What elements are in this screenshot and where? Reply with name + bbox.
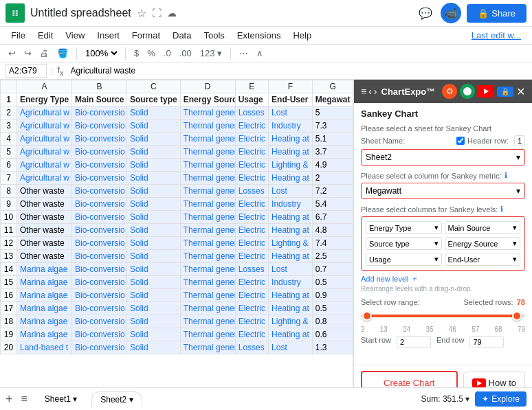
table-row[interactable]: 13 Other waste Bio-conversio Solid Therm… — [1, 250, 353, 263]
share-button[interactable]: 🔒 Share — [467, 4, 527, 23]
table-row[interactable]: 19 Marina algae Bio-conversio Solid Ther… — [1, 328, 353, 341]
toolbar: ↩ ↪ 🖨 🪣 100% $ % .0 .00 123 ▾ ⋯ ∧ — [0, 45, 532, 62]
level-main-source[interactable]: Main Source▾ — [445, 221, 521, 234]
sheet-tab-1[interactable]: Sheet1 ▾ — [36, 391, 86, 407]
panel-header-left: ≡ ‹ › ChartExpo™ — [361, 86, 435, 97]
table-row[interactable]: 17 Marina algae Bio-conversio Solid Ther… — [1, 302, 353, 315]
decimal2-button[interactable]: .00 — [177, 47, 195, 60]
end-row-label: End row — [436, 336, 464, 348]
level-energy-type[interactable]: Energy Type▾ — [366, 221, 442, 234]
formula-input[interactable] — [67, 65, 527, 77]
slider-marker-35: 35 — [425, 326, 433, 333]
last-edit-link[interactable]: Last edit w... — [466, 28, 527, 43]
slider-fill — [369, 315, 522, 317]
decimal1-button[interactable]: .0 — [161, 47, 174, 60]
table-row[interactable]: 8 Other waste Bio-conversio Solid Therma… — [1, 185, 353, 198]
hamburger-icon[interactable]: ≡ — [361, 86, 366, 97]
menu-tools[interactable]: Tools — [198, 28, 230, 43]
menu-file[interactable]: File — [5, 28, 31, 43]
star-icon[interactable]: ☆ — [137, 7, 146, 20]
level-usage[interactable]: Usage▾ — [366, 253, 442, 266]
top-right-actions: 💬 📹 🔒 Share — [416, 3, 527, 23]
slider-thumb-start[interactable] — [362, 311, 372, 321]
explore-icon: ✦ — [482, 394, 489, 404]
level-energy-source[interactable]: Energy Source▾ — [445, 237, 521, 250]
selected-metric-value: Megawatt — [366, 186, 401, 196]
sheet-select-dropdown[interactable]: Sheet2 ▾ — [361, 149, 525, 166]
table-row[interactable]: 5 Agricultural w Bio-conversio Solid The… — [1, 146, 353, 159]
menu-view[interactable]: View — [60, 28, 90, 43]
forward-icon[interactable]: › — [374, 86, 377, 97]
menu-insert[interactable]: Insert — [91, 28, 125, 43]
table-row[interactable]: 14 Marina algae Bio-conversio Solid Ther… — [1, 263, 353, 276]
table-row[interactable]: 10 Other waste Bio-conversio Solid Therm… — [1, 211, 353, 224]
menu-data[interactable]: Data — [167, 28, 197, 43]
top-bar: Untitled spreadsheet ☆ ⛶ ☁ 💬 📹 🔒 Share — [0, 0, 532, 27]
col-megawatt-header: Megawat — [312, 93, 353, 106]
level-source-type[interactable]: Source type▾ — [366, 237, 442, 250]
table-row[interactable]: 16 Marina algae Bio-conversio Solid Ther… — [1, 289, 353, 302]
col-header-e: E — [235, 80, 268, 93]
level-end-user[interactable]: End-User▾ — [445, 253, 521, 266]
chat-icon[interactable]: 💬 — [416, 4, 435, 23]
table-row[interactable]: 20 Land-based t Bio-conversio Solid Ther… — [1, 341, 353, 354]
panel-close-button[interactable]: ✕ — [516, 85, 525, 98]
menu-format[interactable]: Format — [126, 28, 166, 43]
explore-button[interactable]: ✦ Explore — [475, 391, 527, 407]
add-level-row[interactable]: Add new level ＋ — [361, 273, 525, 284]
header-row-checkbox[interactable] — [456, 137, 465, 145]
cloud-icon[interactable]: ☁ — [167, 8, 177, 19]
menu-help[interactable]: Help — [287, 28, 317, 43]
settings-icon[interactable]: ⚙ — [442, 84, 457, 99]
table-row[interactable]: 6 Agricultural w Bio-conversio Solid The… — [1, 159, 353, 172]
more-options-button[interactable]: ⋯ — [236, 47, 251, 60]
slider-marker-57: 57 — [472, 326, 479, 333]
table-row[interactable]: 18 Marina algae Bio-conversio Solid Ther… — [1, 315, 353, 328]
table-row[interactable]: 4 Agricultural w Bio-conversio Solid The… — [1, 133, 353, 146]
cell-reference-input[interactable] — [5, 64, 47, 78]
toolbar-divider-1 — [76, 47, 77, 60]
undo-button[interactable]: ↩ — [5, 47, 19, 60]
more-formats-button[interactable]: 123 ▾ — [197, 47, 225, 60]
circle-icon — [460, 84, 475, 99]
table-row[interactable]: 12 Other waste Bio-conversio Solid Therm… — [1, 237, 353, 250]
print-button[interactable]: 🖨 — [37, 47, 52, 60]
metric-info-icon: ℹ — [505, 171, 507, 180]
slider-container — [361, 309, 525, 323]
table-row[interactable]: 2 Agricultural w Bio-conversio Solid The… — [1, 106, 353, 119]
slider-marker-68: 68 — [495, 326, 502, 333]
collapse-button[interactable]: ∧ — [254, 47, 266, 60]
folder-icon[interactable]: ⛶ — [152, 8, 162, 19]
meet-icon[interactable]: 📹 — [441, 3, 461, 23]
menu-extensions[interactable]: Extensions — [232, 28, 287, 43]
col-main-source-header: Main Source — [72, 93, 127, 106]
svg-rect-1 — [12, 10, 14, 12]
slider-marker-2: 2 — [361, 326, 365, 333]
start-row-input[interactable] — [397, 336, 431, 348]
table-row[interactable]: 3 Agricultural w Bio-conversio Solid The… — [1, 119, 353, 133]
percent-button[interactable]: % — [144, 47, 158, 60]
svg-rect-5 — [12, 14, 14, 16]
add-sheet-button[interactable]: + — [5, 392, 13, 407]
levels-section: Please select columns for Sankey levels:… — [361, 205, 525, 293]
end-row-input[interactable] — [469, 336, 504, 348]
currency-button[interactable]: $ — [131, 47, 142, 60]
table-row[interactable]: 9 Other waste Bio-conversio Solid Therma… — [1, 198, 353, 211]
sheet-tab-2[interactable]: Sheet2 ▾ — [91, 391, 142, 407]
table-row[interactable]: 7 Agricultural w Bio-conversio Solid The… — [1, 172, 353, 185]
menu-edit[interactable]: Edit — [32, 28, 58, 43]
sheet-select-label: Please select a sheet for Sankey Chart — [361, 124, 525, 133]
table-row[interactable]: 15 Marina algae Bio-conversio Solid Ther… — [1, 276, 353, 289]
redo-button[interactable]: ↪ — [21, 47, 34, 60]
header-row-check: Header row: 1 — [456, 135, 525, 146]
metric-select-dropdown[interactable]: Megawatt ▾ — [361, 183, 525, 199]
slider-thumb-end[interactable] — [512, 311, 522, 321]
sheets-list-button[interactable]: ≡ — [19, 390, 30, 408]
sum-area: Sum: 351.5 ▾ — [421, 394, 470, 404]
add-level-label: Add new level — [361, 275, 408, 283]
zoom-select[interactable]: 100% — [82, 47, 120, 59]
table-row[interactable]: 11 Other waste Bio-conversio Solid Therm… — [1, 224, 353, 237]
paint-button[interactable]: 🪣 — [54, 47, 71, 60]
youtube-icon[interactable] — [478, 85, 494, 98]
back-icon[interactable]: ‹ — [368, 86, 372, 97]
